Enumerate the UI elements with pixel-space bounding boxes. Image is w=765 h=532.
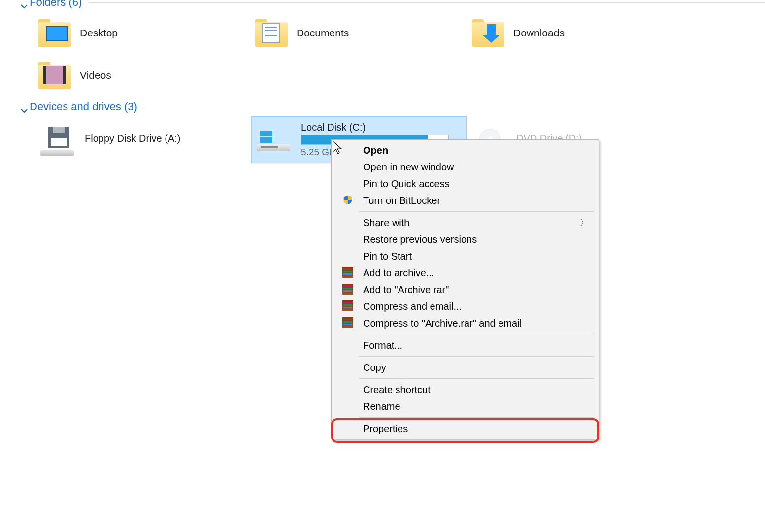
winrar-icon — [342, 267, 354, 279]
submenu-arrow-icon: 〉 — [580, 217, 589, 229]
menu-item-format[interactable]: Format... — [333, 337, 598, 354]
menu-item-copy[interactable]: Copy — [333, 359, 598, 376]
menu-item-pin-to-start[interactable]: Pin to Start — [333, 248, 598, 265]
folder-icon — [38, 62, 71, 89]
folder-icon — [38, 19, 71, 47]
folder-label: Videos — [80, 69, 111, 81]
downloads-icon — [487, 24, 496, 35]
folder-item-videos[interactable]: Videos — [35, 54, 252, 97]
folders-header-text: Folders (6) — [30, 0, 82, 9]
folders-grid: Desktop Documents Downloads Videos — [0, 12, 765, 97]
folder-icon — [255, 19, 288, 47]
drive-label: Local Disk (C:) — [301, 122, 462, 133]
desktop-icon — [46, 26, 68, 41]
chevron-down-icon — [21, 104, 26, 109]
folder-item-documents[interactable]: Documents — [252, 12, 469, 54]
winrar-icon — [342, 300, 354, 312]
menu-item-restore-previous-versions[interactable]: Restore previous versions — [333, 231, 598, 248]
uac-shield-icon — [342, 195, 354, 206]
menu-item-turn-on-bitlocker[interactable]: Turn on BitLocker — [333, 192, 598, 209]
menu-separator — [359, 334, 594, 334]
section-divider — [144, 107, 765, 107]
drives-section-header[interactable]: Devices and drives (3) — [0, 100, 765, 116]
menu-item-add-to-archive[interactable]: Add to archive... — [333, 265, 598, 281]
menu-separator — [359, 211, 594, 212]
folder-label: Desktop — [80, 27, 118, 39]
section-divider — [89, 2, 765, 3]
context-menu: Open Open in new window Pin to Quick acc… — [331, 139, 599, 439]
drive-item-floppy[interactable]: Floppy Disk Drive (A:) — [35, 116, 251, 163]
menu-item-pin-quick-access[interactable]: Pin to Quick access — [333, 175, 598, 192]
winrar-icon — [342, 317, 354, 329]
menu-item-rename[interactable]: Rename — [333, 398, 598, 415]
floppy-drive-icon — [40, 127, 77, 153]
menu-item-compress-rar-and-email[interactable]: Compress to "Archive.rar" and email — [333, 315, 598, 332]
chevron-down-icon — [21, 0, 26, 5]
local-disk-icon — [257, 127, 293, 153]
menu-separator — [359, 378, 594, 379]
videos-icon — [43, 66, 66, 84]
drives-header-text: Devices and drives (3) — [30, 100, 137, 113]
folder-label: Documents — [297, 27, 349, 39]
menu-item-create-shortcut[interactable]: Create shortcut — [333, 381, 598, 398]
folders-section-header[interactable]: Folders (6) — [0, 0, 765, 12]
folder-icon — [472, 19, 504, 47]
winrar-icon — [342, 284, 354, 296]
menu-item-compress-and-email[interactable]: Compress and email... — [333, 298, 598, 315]
menu-item-open-new-window[interactable]: Open in new window — [333, 159, 598, 175]
menu-separator — [359, 417, 594, 418]
windows-logo-icon — [260, 131, 272, 143]
menu-item-add-to-archive-rar[interactable]: Add to "Archive.rar" — [333, 281, 598, 298]
folder-item-downloads[interactable]: Downloads — [469, 12, 686, 54]
menu-item-properties[interactable]: Properties — [333, 420, 598, 437]
menu-item-open[interactable]: Open — [333, 142, 598, 159]
folder-item-desktop[interactable]: Desktop — [35, 12, 252, 54]
folder-label: Downloads — [513, 27, 565, 39]
menu-item-share-with[interactable]: Share with 〉 — [333, 214, 598, 231]
documents-icon — [262, 23, 280, 43]
menu-separator — [359, 356, 594, 357]
drive-label: Floppy Disk Drive (A:) — [85, 133, 246, 144]
